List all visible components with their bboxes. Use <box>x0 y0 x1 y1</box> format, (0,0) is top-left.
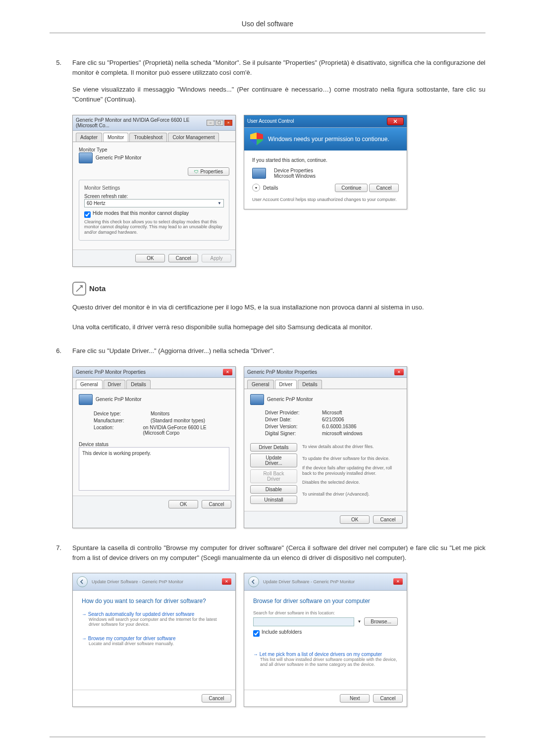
value: microsoft windows <box>322 431 363 436</box>
step-7-screenshots: Update Driver Software - Generic PnP Mon… <box>72 573 485 707</box>
hide-modes-label: Hide modes that this monitor cannot disp… <box>93 210 189 216</box>
device-properties-driver: Generic PnP Monitor Properties ✕ General… <box>244 366 407 528</box>
option-browse-computer[interactable]: → Browse my computer for driver software <box>82 636 226 641</box>
search-location-label: Search for driver software in this locat… <box>253 610 398 615</box>
browse-button[interactable]: Browse... <box>364 617 398 626</box>
ok-button[interactable]: OK <box>135 254 165 262</box>
chevron-down-icon: ▼ <box>217 201 221 205</box>
dialog-title: Generic PnP Monitor Properties <box>247 369 317 375</box>
cancel-button[interactable]: Cancel <box>369 184 399 192</box>
shield-icon <box>250 133 263 146</box>
monitor-icon <box>250 394 264 405</box>
update-driver-wizard-search: Update Driver Software - Generic PnP Mon… <box>72 573 236 707</box>
apply-button[interactable]: Apply <box>202 254 231 262</box>
close-button[interactable]: ✕ <box>223 369 232 375</box>
step-6: 6. Fare clic su "Update Driver..." (Aggi… <box>50 346 485 356</box>
tab-monitor[interactable]: Monitor <box>103 133 128 142</box>
description: Disables the selected device. <box>302 477 401 489</box>
device-properties-general: Generic PnP Monitor Properties ✕ General… <box>72 366 236 528</box>
uninstall-button[interactable]: Uninstall <box>250 496 297 504</box>
ok-button[interactable]: OK <box>340 515 370 524</box>
close-button[interactable]: ✕ <box>393 578 403 585</box>
dialog-titlebar: User Account Control <box>244 115 407 128</box>
uac-instruction: If you started this action, continue. <box>252 157 399 163</box>
monitor-properties-dialog: Generic PnP Monitor and NVIDIA GeForce 6… <box>72 115 236 267</box>
description: To update the driver software for this d… <box>302 453 401 465</box>
cancel-button[interactable]: Cancel <box>202 694 231 703</box>
maximize-button[interactable]: ▢ <box>215 120 223 126</box>
back-button[interactable] <box>248 576 259 587</box>
tab-general[interactable]: General <box>247 380 274 389</box>
cancel-button[interactable]: Cancel <box>373 694 403 703</box>
properties-button[interactable]: Properties <box>188 167 229 176</box>
close-button[interactable]: ✕ <box>222 578 231 585</box>
step-body: Fare clic su "Update Driver..." (Aggiorn… <box>72 346 485 356</box>
label: Location: <box>94 425 138 436</box>
include-subfolders-checkbox[interactable] <box>253 630 260 637</box>
hide-modes-help: Clearing this check box allows you to se… <box>84 219 224 235</box>
tab-color-management[interactable]: Color Management <box>168 133 219 142</box>
hide-modes-checkbox[interactable] <box>84 211 91 218</box>
refresh-rate-select[interactable]: 60 Hertz ▼ <box>84 199 224 207</box>
tab-details[interactable]: Details <box>126 380 151 389</box>
option-desc: Locate and install driver software manua… <box>89 641 226 646</box>
option-search-automatically[interactable]: → Search automatically for updated drive… <box>82 611 226 617</box>
cancel-button[interactable]: Cancel <box>373 515 403 524</box>
description: To view details about the driver files. <box>302 441 401 453</box>
cancel-button[interactable]: Cancel <box>168 254 198 262</box>
tab-details[interactable]: Details <box>298 380 322 389</box>
close-button[interactable]: ✕ <box>394 369 404 375</box>
value: 6.0.6000.16386 <box>322 424 357 429</box>
note-icon <box>72 282 86 296</box>
note-p1: Questo driver del monitor è in via di ce… <box>72 302 485 312</box>
disable-button[interactable]: Disable <box>250 485 297 494</box>
wizard-heading: How do you want to search for driver sof… <box>82 598 226 605</box>
chevron-down-icon[interactable]: ▾ <box>252 184 260 192</box>
step-number: 5. <box>50 58 61 105</box>
value: (Standard monitor types) <box>151 418 205 423</box>
update-driver-wizard-browse: Update Driver Software - Generic PnP Mon… <box>244 573 407 707</box>
tab-driver[interactable]: Driver <box>104 380 126 389</box>
uac-details-toggle[interactable]: Details <box>263 185 278 191</box>
device-name: Generic PnP Monitor <box>96 397 142 402</box>
close-button[interactable] <box>387 117 404 125</box>
minimize-button[interactable]: – <box>207 120 214 126</box>
close-button[interactable]: × <box>224 120 232 126</box>
tab-adapter[interactable]: Adapter <box>76 133 102 142</box>
next-button[interactable]: Next <box>340 694 370 703</box>
tab-general[interactable]: General <box>76 380 103 389</box>
note-label: Nota <box>89 284 106 293</box>
uac-footer: User Account Control helps stop unauthor… <box>252 197 399 202</box>
refresh-rate-label: Screen refresh rate: <box>84 194 224 199</box>
dialog-title: User Account Control <box>247 118 294 124</box>
chevron-down-icon[interactable]: ▼ <box>357 619 361 624</box>
tab-troubleshoot[interactable]: Troubleshoot <box>129 133 167 142</box>
label: Driver Version: <box>265 424 317 429</box>
continue-button[interactable]: Continue <box>335 184 368 192</box>
driver-details-button[interactable]: Driver Details <box>250 443 297 452</box>
tab-driver[interactable]: Driver <box>275 380 297 389</box>
back-button[interactable] <box>77 576 88 587</box>
dialog-titlebar: Generic PnP Monitor and NVIDIA GeForce 6… <box>73 115 235 131</box>
update-driver-button[interactable]: Update Driver... <box>250 454 297 467</box>
label: Digital Signer: <box>265 431 317 436</box>
description: If the device fails after updating the d… <box>302 465 401 477</box>
cancel-button[interactable]: Cancel <box>202 500 231 508</box>
value: Monitors <box>151 411 169 416</box>
option-desc: This list will show installed driver sof… <box>260 657 398 667</box>
step-number: 6. <box>50 346 61 356</box>
value: 6/21/2006 <box>322 417 344 422</box>
rollback-driver-button[interactable]: Roll Back Driver <box>250 469 297 483</box>
label: Manufacturer: <box>94 418 146 423</box>
include-subfolders-label: Include subfolders <box>262 629 302 635</box>
option-pick-from-list[interactable]: → Let me pick from a list of device driv… <box>253 652 398 657</box>
label: Driver Date: <box>265 417 317 422</box>
monitor-settings-label: Monitor Settings <box>84 185 224 191</box>
ok-button[interactable]: OK <box>168 500 198 508</box>
description: To uninstall the driver (Advanced). <box>302 489 401 501</box>
footer-separator <box>50 737 485 737</box>
step-number: 7. <box>50 543 61 563</box>
location-input[interactable] <box>253 617 354 626</box>
device-status-label: Device status <box>79 442 229 447</box>
step-5: 5. Fare clic su "Properties" (Proprietà)… <box>50 58 485 105</box>
